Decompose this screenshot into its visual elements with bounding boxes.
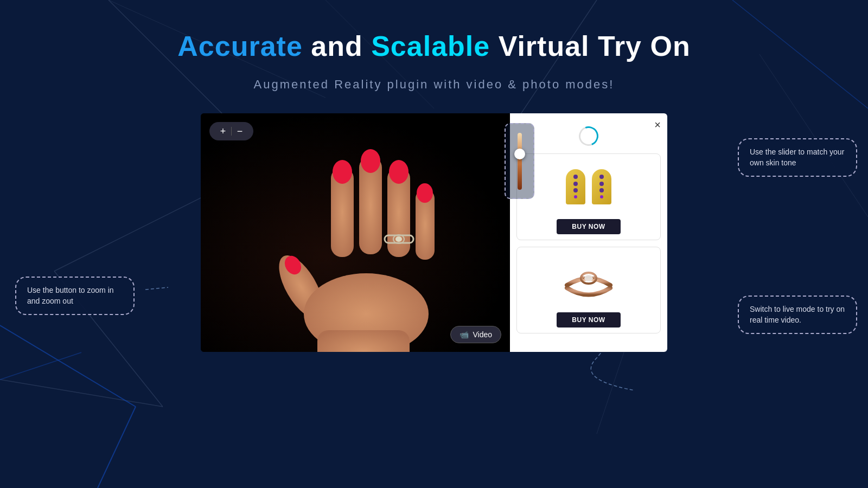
guard-dot (573, 175, 578, 179)
title-accurate: Accurate (177, 30, 303, 62)
svg-point-33 (584, 275, 593, 281)
svg-line-3 (0, 380, 163, 407)
ring-svg (556, 255, 621, 304)
guard-dot-small (574, 195, 577, 198)
title-and: and (303, 30, 371, 62)
page-subtitle: Augmented Reality plugin with video & ph… (0, 78, 868, 92)
skin-tone-slider-container (505, 123, 534, 199)
page-header: Accurate and Scalable Virtual Try On Aug… (0, 0, 868, 92)
zoom-out-button[interactable]: − (234, 125, 246, 137)
svg-point-24 (389, 160, 409, 184)
guard-dot (573, 182, 578, 186)
loading-spinner (576, 123, 602, 149)
svg-line-12 (0, 352, 81, 380)
finger-guard-left (566, 169, 585, 204)
product-card-2: BUY NOW (516, 247, 661, 333)
guard-dot (599, 175, 604, 179)
guard-dot (599, 182, 604, 186)
hand-visual (201, 113, 510, 352)
svg-point-29 (395, 236, 402, 242)
svg-point-25 (417, 183, 433, 203)
title-scalable: Scalable (371, 30, 490, 62)
finger-guard-right (592, 169, 611, 204)
ar-widget: + − 📹 Video × (201, 113, 667, 352)
title-rest: Virtual Try On (490, 30, 690, 62)
product-image-1 (545, 159, 632, 214)
guard-dot-small (600, 195, 603, 198)
svg-point-23 (361, 149, 380, 173)
guard-dot (573, 188, 578, 192)
video-camera-icon: 📹 (459, 330, 469, 339)
guard-dot (599, 188, 604, 192)
finger-guards-visual (566, 169, 611, 204)
buy-now-button-2[interactable]: BUY NOW (557, 312, 620, 328)
product-card-1: BUY NOW (516, 153, 661, 240)
hand-svg (247, 113, 464, 352)
buy-now-button-1[interactable]: BUY NOW (557, 219, 620, 234)
zoom-controls: + − (209, 122, 253, 140)
main-content: + − 📹 Video × (0, 113, 868, 352)
svg-line-35 (593, 277, 595, 278)
skin-tone-slider-track[interactable] (518, 133, 522, 190)
svg-line-34 (582, 277, 584, 278)
zoom-divider (231, 127, 232, 136)
ar-video-panel: + − 📹 Video (201, 113, 510, 352)
svg-point-22 (333, 160, 352, 184)
skin-tone-slider-thumb[interactable] (514, 149, 525, 159)
close-button[interactable]: × (654, 119, 661, 131)
svg-rect-21 (317, 330, 410, 352)
product-image-2 (545, 253, 632, 307)
video-button-label: Video (473, 330, 492, 339)
zoom-in-button[interactable]: + (217, 125, 229, 137)
svg-line-11 (98, 407, 136, 488)
video-button[interactable]: 📹 Video (450, 326, 501, 343)
page-title: Accurate and Scalable Virtual Try On (0, 30, 868, 62)
